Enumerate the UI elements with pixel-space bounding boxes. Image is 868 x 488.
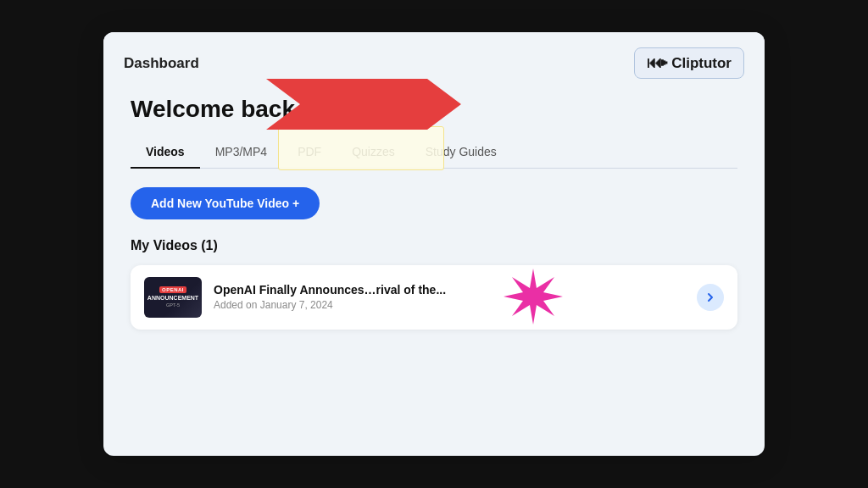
- welcome-row: Welcome back, Sk 👋: [131, 96, 737, 123]
- video-info: OpenAI Finally Announces…rival of the...…: [214, 283, 685, 311]
- thumb-label: ANNOUNCEMENT: [147, 295, 198, 302]
- logo-icon: ⏮▶: [647, 54, 666, 72]
- my-videos-label: My Videos (1): [131, 238, 737, 253]
- logo-text: Cliptutor: [671, 55, 732, 72]
- dashboard-title: Dashboard: [124, 55, 199, 72]
- video-card: OPENAI ANNOUNCEMENT GPT-5 OpenAI Finally…: [131, 265, 737, 330]
- main-content: Welcome back, Sk 👋 Videos MP3/MP4 PDF Qu…: [103, 89, 765, 353]
- tab-videos[interactable]: Videos: [131, 138, 200, 169]
- red-arrow-annotation: [266, 70, 461, 138]
- svg-marker-0: [266, 79, 461, 130]
- logo-box: ⏮▶ Cliptutor: [634, 47, 744, 79]
- video-thumbnail: OPENAI ANNOUNCEMENT GPT-5: [144, 277, 202, 318]
- thumb-badge: OPENAI: [159, 286, 186, 293]
- video-date: Added on January 7, 2024: [214, 299, 685, 311]
- video-title: OpenAI Finally Announces…rival of the...: [214, 283, 685, 297]
- thumb-sub: GPT-5: [166, 302, 180, 308]
- video-navigate-button[interactable]: [697, 284, 724, 311]
- add-video-button[interactable]: Add New YouTube Video +: [131, 187, 320, 219]
- tab-mp3mp4[interactable]: MP3/MP4: [200, 138, 282, 169]
- main-window: Dashboard ⏮▶ Cliptutor Welcome back, Sk …: [103, 32, 765, 456]
